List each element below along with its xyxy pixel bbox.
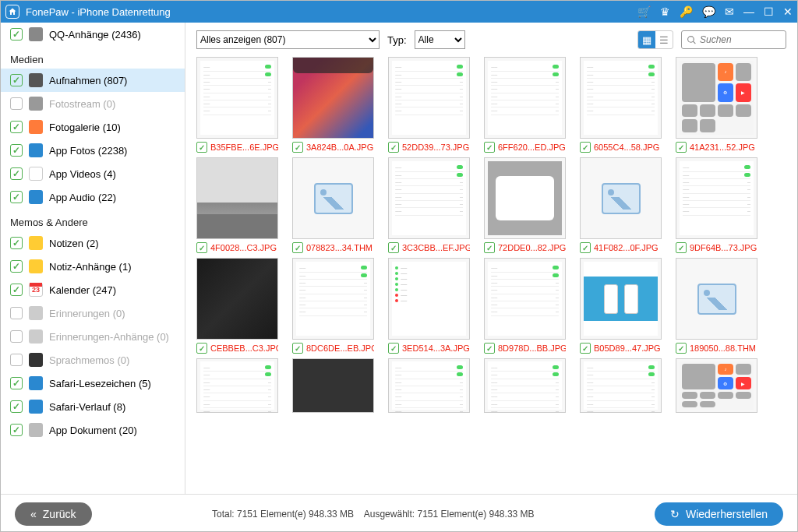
thumbnail[interactable] (292, 57, 374, 139)
thumbnail-cell[interactable]: 72DDE0...82.JPG (484, 157, 566, 253)
home-icon[interactable] (5, 5, 19, 19)
thumbnail[interactable] (580, 157, 662, 239)
sidebar-item[interactable]: App Fotos (2238) (1, 139, 185, 162)
close-icon[interactable]: ✕ (783, 5, 793, 18)
file-checkbox[interactable] (580, 343, 591, 354)
thumbnail[interactable]: ——————————————————— (676, 157, 757, 239)
checkbox[interactable] (10, 400, 23, 413)
thumbnail-cell[interactable]: 3A824B...0A.JPG (292, 57, 374, 153)
thumbnail-cell[interactable]: ———————————————————3C3CBB...EF.JPG (388, 157, 470, 253)
thumbnail-cell[interactable]: ——————————————————— (388, 358, 470, 413)
cart-icon[interactable]: 🛒 (637, 5, 651, 18)
file-checkbox[interactable] (676, 142, 687, 153)
sidebar-item[interactable]: Safari-Verlauf (8) (1, 395, 185, 418)
key-icon[interactable]: 🔑 (680, 5, 693, 18)
thumbnail-cell[interactable]: ———————————————————B35FBE...6E.JPG (196, 57, 278, 153)
file-checkbox[interactable] (292, 242, 303, 253)
sidebar-item[interactable]: QQ-Anhänge (2436) (1, 23, 185, 46)
sidebar-item[interactable]: Notiz-Anhänge (1) (1, 255, 185, 278)
back-button[interactable]: « Zurück (15, 502, 92, 526)
file-checkbox[interactable] (676, 343, 687, 354)
checkbox[interactable] (10, 121, 23, 133)
checkbox[interactable] (10, 237, 23, 249)
thumbnail[interactable]: —— —— —— —— —— —— —— (388, 258, 470, 340)
thumbnail[interactable] (580, 258, 662, 340)
thumbnail[interactable] (196, 258, 278, 340)
file-checkbox[interactable] (292, 343, 303, 354)
thumbnail-cell[interactable]: ———————————————————52DD39...73.JPG (388, 57, 470, 153)
file-checkbox[interactable] (676, 242, 687, 253)
filter-select[interactable]: Alles anzeigen (807) (196, 30, 380, 49)
sidebar-item[interactable]: App Dokument (20) (1, 418, 185, 442)
mail-icon[interactable]: ✉ (725, 5, 734, 18)
thumbnail[interactable]: ——————————————————— (388, 358, 470, 413)
sidebar-item[interactable]: Aufnahmen (807) (1, 69, 185, 92)
thumbnail[interactable]: ——————————————————— (196, 57, 278, 139)
thumbnail[interactable]: ——————————————————— (292, 258, 374, 340)
thumbnail[interactable] (484, 157, 566, 239)
thumbnail-cell[interactable] (292, 358, 374, 413)
thumbnail-cell[interactable]: ———————————————————8DC6DE...EB.JPG (292, 258, 374, 354)
thumbnail-cell[interactable]: ——————————————————— (484, 358, 566, 413)
thumbnail-cell[interactable]: ♪⚙▶41A231...52.JPG (676, 57, 757, 153)
checkbox[interactable] (10, 191, 23, 203)
checkbox[interactable] (10, 424, 23, 436)
sidebar-item[interactable]: App Audio (22) (1, 185, 185, 209)
chat-icon[interactable]: 💬 (702, 5, 715, 18)
thumbnail-cell[interactable]: 41F082...0F.JPG (580, 157, 662, 253)
thumbnail[interactable] (196, 157, 278, 239)
maximize-icon[interactable]: ☐ (764, 5, 774, 18)
file-checkbox[interactable] (196, 343, 207, 354)
checkbox[interactable] (10, 284, 23, 296)
thumbnail-cell[interactable]: ———————————————————6055C4...58.JPG (580, 57, 662, 153)
file-checkbox[interactable] (388, 142, 399, 153)
thumbnail[interactable]: ——————————————————— (196, 358, 278, 413)
diamond-icon[interactable]: ♛ (660, 5, 670, 18)
thumbnail-cell[interactable]: 078823...34.THM (292, 157, 374, 253)
checkbox[interactable] (10, 28, 23, 41)
checkbox[interactable] (10, 74, 23, 86)
thumbnail[interactable]: ——————————————————— (484, 358, 566, 413)
thumbnail[interactable]: ——————————————————— (484, 57, 566, 139)
file-checkbox[interactable] (196, 142, 207, 153)
thumbnail[interactable]: ——————————————————— (580, 358, 662, 413)
file-checkbox[interactable] (388, 242, 399, 253)
file-checkbox[interactable] (580, 242, 591, 253)
file-checkbox[interactable] (292, 142, 303, 153)
sidebar-item[interactable]: App Videos (4) (1, 162, 185, 185)
checkbox[interactable] (10, 377, 23, 389)
thumbnail[interactable]: ——————————————————— (388, 57, 470, 139)
thumbnail-cell[interactable]: ♪⚙▶ (676, 358, 757, 413)
thumbnail-cell[interactable]: ——————————————————— (196, 358, 278, 413)
recover-button[interactable]: ↻ Wiederherstellen (655, 502, 783, 526)
thumbnail-cell[interactable]: ———————————————————8D978D...BB.JPG (484, 258, 566, 354)
thumbnail-cell[interactable]: ———————————————————9DF64B...73.JPG (676, 157, 757, 253)
thumbnail-cell[interactable]: —— —— —— —— —— —— ——3ED514...3A.JPG (388, 258, 470, 354)
grid-view-button[interactable]: ▦ (638, 31, 655, 48)
file-checkbox[interactable] (580, 142, 591, 153)
file-checkbox[interactable] (484, 343, 495, 354)
checkbox[interactable] (10, 144, 23, 157)
thumbnail[interactable] (292, 157, 374, 239)
thumbnail[interactable]: ♪⚙▶ (676, 57, 757, 139)
sidebar-item[interactable]: Notizen (2) (1, 231, 185, 255)
thumbnail[interactable] (292, 358, 374, 413)
thumbnail-cell[interactable]: 4F0028...C3.JPG (196, 157, 278, 253)
thumbnail[interactable]: ——————————————————— (580, 57, 662, 139)
checkbox[interactable] (10, 167, 23, 180)
list-view-button[interactable]: ☰ (655, 31, 673, 48)
thumbnail[interactable]: ——————————————————— (388, 157, 470, 239)
type-select[interactable]: Alle (415, 30, 465, 49)
checkbox[interactable] (10, 260, 23, 273)
thumbnail-cell[interactable]: B05D89...47.JPG (580, 258, 662, 354)
sidebar-item[interactable]: 23Kalender (247) (1, 278, 185, 301)
thumbnail[interactable] (676, 258, 757, 340)
thumbnail-cell[interactable]: 189050...88.THM (676, 258, 757, 354)
thumbnail-cell[interactable]: ———————————————————6FF620...ED.JPG (484, 57, 566, 153)
sidebar-item[interactable]: Fotogalerie (10) (1, 115, 185, 139)
thumbnail[interactable]: ——————————————————— (484, 258, 566, 340)
file-checkbox[interactable] (484, 142, 495, 153)
thumbnail[interactable]: ♪⚙▶ (676, 358, 757, 413)
thumbnail-cell[interactable]: CEBBEB...C3.JPG (196, 258, 278, 354)
file-checkbox[interactable] (388, 343, 399, 354)
